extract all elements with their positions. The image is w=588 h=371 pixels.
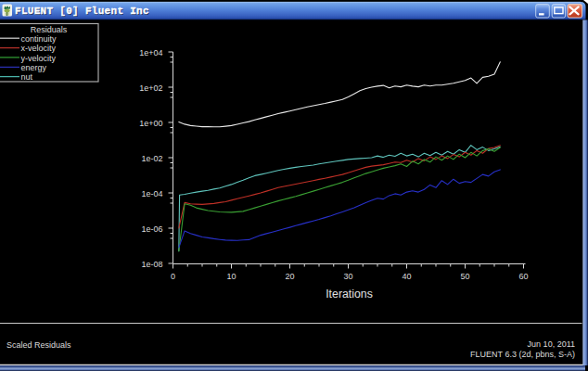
svg-text:Jun 10, 2011: Jun 10, 2011 [528,339,575,349]
svg-text:40: 40 [402,272,411,281]
svg-text:y-velocity: y-velocity [21,54,57,63]
svg-text:FLUENT 6.3 (2d, pbns, S-A): FLUENT 6.3 (2d, pbns, S-A) [470,350,575,359]
svg-text:50: 50 [460,272,469,281]
svg-text:Scaled Residuals: Scaled Residuals [6,340,71,350]
svg-text:1e+00: 1e+00 [139,119,162,128]
svg-text:Residuals: Residuals [31,25,68,34]
svg-text:continuity: continuity [21,34,58,44]
svg-text:10: 10 [226,272,236,281]
svg-text:20: 20 [285,272,294,281]
svg-text:1e-06: 1e-06 [141,224,162,234]
svg-text:1e-02: 1e-02 [141,154,162,163]
svg-text:1e+04: 1e+04 [139,48,162,58]
svg-text:Iterations: Iterations [326,288,373,301]
svg-text:FLUENT [0] Fluent Inc: FLUENT [0] Fluent Inc [15,6,149,17]
svg-text:nut: nut [21,72,33,82]
svg-text:60: 60 [518,272,528,281]
svg-text:1e-08: 1e-08 [141,260,162,269]
svg-text:0: 0 [171,272,175,281]
svg-text:x-velocity: x-velocity [21,44,57,53]
svg-text:1e-04: 1e-04 [141,189,162,198]
svg-text:30: 30 [343,272,352,281]
svg-text:energy: energy [21,63,47,72]
svg-text:1e+02: 1e+02 [139,83,162,93]
